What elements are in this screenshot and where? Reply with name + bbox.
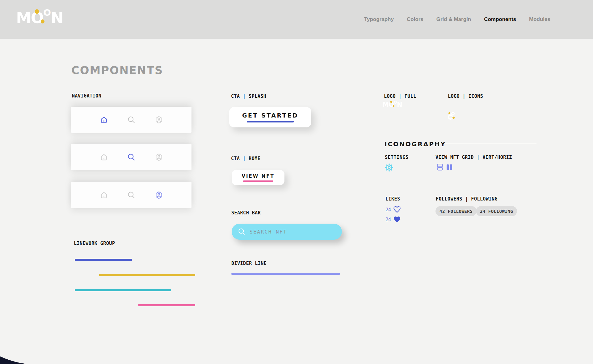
likes-row-outline: 24 — [385, 206, 401, 213]
iconography-heading: ICONOGRAPHY — [385, 140, 446, 148]
following-badge[interactable]: 24 FOLLOWING — [476, 206, 517, 216]
logo-yellow-dot-small — [448, 112, 450, 114]
grid-horizontal-icon[interactable] — [446, 164, 453, 171]
components-page: MOON Typography Colors Grid & Margin Com… — [0, 0, 593, 364]
likes-section-label: LIKES — [385, 196, 400, 202]
nav-item-modules[interactable]: Modules — [529, 16, 550, 23]
logo-text-raised-o: O — [394, 100, 397, 105]
divider-line — [231, 273, 340, 275]
nav-bar-demo-search-active — [71, 144, 191, 170]
search-icon[interactable] — [127, 153, 136, 161]
search-icon — [238, 228, 246, 236]
get-started-underline — [247, 121, 294, 122]
linework-teal-line — [75, 289, 171, 291]
search-icon[interactable] — [127, 116, 136, 124]
followers-badge-label: 42 FOLLOWERS — [439, 209, 473, 214]
gear-icon[interactable] — [384, 163, 394, 172]
view-nft-label: VIEW NFT — [242, 173, 274, 179]
nav-bar-demo-home-active — [71, 107, 191, 133]
main-nav: Typography Colors Grid & Margin Componen… — [364, 0, 550, 39]
search-icon[interactable] — [127, 191, 136, 199]
linework-pink-line — [138, 304, 195, 306]
heart-outline-icon[interactable] — [393, 206, 401, 213]
logo-text-mo: MO — [382, 101, 394, 108]
divider-section-label: DIVIDER LINE — [231, 261, 267, 266]
moon-logo[interactable]: MOON — [16, 6, 65, 30]
heart-filled-icon[interactable] — [393, 216, 401, 223]
logo-text-n: N — [51, 9, 63, 27]
likes-row-filled: 24 — [385, 216, 401, 223]
cta-home-section-label: CTA | HOME — [231, 156, 260, 161]
cta-splash-section-label: CTA | SPLASH — [231, 93, 266, 99]
search-bar-section-label: SEARCH BAR — [231, 210, 261, 216]
home-icon[interactable] — [100, 191, 108, 199]
linework-section-label: LINEWORK GROUP — [74, 241, 115, 246]
nav-item-components[interactable]: Components — [484, 16, 516, 23]
get-started-label: GET STARTED — [242, 112, 298, 119]
moon-logo-icon-mark — [448, 112, 456, 121]
view-nft-underline — [243, 180, 273, 182]
iconography-rule — [439, 144, 536, 144]
navigation-section-label: NAVIGATION — [72, 93, 101, 99]
profile-icon[interactable] — [155, 191, 163, 199]
nav-item-grid-margin[interactable]: Grid & Margin — [436, 16, 471, 23]
logo-text-n: N — [397, 101, 402, 108]
linework-blue-line — [75, 259, 132, 261]
nav-item-typography[interactable]: Typography — [364, 16, 394, 23]
logo-yellow-dot-large — [452, 117, 455, 119]
linework-yellow-line — [99, 274, 195, 276]
get-started-button[interactable]: GET STARTED — [229, 107, 311, 127]
page-title: COMPONENTS — [71, 64, 163, 77]
window-corner-background — [0, 355, 25, 364]
logo-text-mo: MO — [16, 9, 43, 27]
following-badge-label: 24 FOLLOWING — [480, 209, 513, 214]
top-header-bar: MOON Typography Colors Grid & Margin Com… — [0, 0, 593, 39]
home-icon[interactable] — [100, 153, 108, 161]
followers-section-label: FOLLOWERS | FOLLOWING — [436, 196, 498, 202]
search-input[interactable] — [250, 229, 324, 235]
nav-bar-demo-profile-active — [71, 182, 191, 208]
moon-logo-small: MOON — [382, 99, 403, 110]
followers-badge[interactable]: 42 FOLLOWERS — [435, 206, 477, 216]
profile-icon[interactable] — [155, 116, 163, 124]
settings-section-label: SETTINGS — [385, 155, 408, 160]
likes-count: 24 — [385, 217, 391, 222]
profile-icon[interactable] — [155, 153, 163, 161]
logo-full-section-label: LOGO | FULL — [384, 93, 416, 99]
logo-icons-section-label: LOGO | ICONS — [448, 93, 483, 99]
nft-grid-section-label: VIEW NFT GRID | VERT/HORIZ — [435, 155, 512, 160]
logo-yellow-dot-bottom — [41, 19, 44, 23]
logo-yellow-dot-bottom — [393, 105, 394, 107]
logo-yellow-dot-top — [390, 101, 392, 103]
grid-vertical-icon[interactable] — [437, 163, 444, 171]
logo-yellow-dot-top — [35, 9, 39, 14]
logo-text-raised-o: O — [43, 7, 51, 18]
nav-item-colors[interactable]: Colors — [407, 16, 423, 23]
home-icon[interactable] — [100, 116, 108, 124]
likes-count: 24 — [385, 207, 391, 213]
view-nft-button[interactable]: VIEW NFT — [232, 170, 284, 185]
search-bar[interactable] — [232, 224, 342, 240]
